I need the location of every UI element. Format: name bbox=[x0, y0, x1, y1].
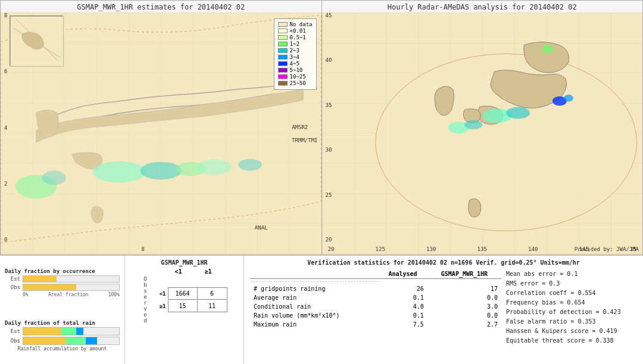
verif-row-label: Conditional rain bbox=[250, 302, 378, 311]
est2-bar-yellow bbox=[23, 328, 61, 335]
obs2-bar-yellow bbox=[23, 337, 66, 344]
bottom-row: Daily fraction by occurrence Est Obs 0% … bbox=[0, 256, 643, 364]
obs2-label: Obs bbox=[5, 338, 20, 344]
est-bar-fill bbox=[23, 276, 57, 282]
legend-color-25-50 bbox=[278, 81, 288, 86]
verif-data-row: Average rain0.10.0 bbox=[250, 293, 501, 302]
legend-color-lt001 bbox=[278, 29, 288, 33]
legend-item-1-2: 1~2 bbox=[278, 41, 313, 47]
obs-bar-fill bbox=[23, 284, 76, 290]
obs-bar-container bbox=[23, 284, 120, 291]
verif-data-row: Maximum rain7.52.7 bbox=[250, 320, 501, 329]
stat-item: RMS error = 0.3 bbox=[506, 279, 637, 288]
svg-point-18 bbox=[563, 95, 573, 102]
legend-label-2-3: 2~3 bbox=[290, 48, 299, 54]
contingency-title: GSMAP_MWR_1HR bbox=[161, 259, 207, 266]
contingency-wrapper: <1 ≥1 O b s e r v e d bbox=[142, 268, 227, 324]
verif-col-analysed: Analysed bbox=[378, 269, 427, 279]
legend-color-nodata bbox=[278, 22, 288, 27]
est-bar-container bbox=[23, 275, 120, 283]
contingency-header-row: <1 ≥1 bbox=[164, 268, 223, 275]
est2-bar-row: Est bbox=[5, 327, 120, 335]
row-lt1-label: <1 bbox=[152, 291, 166, 297]
verif-content: Analysed GSMAP_MWR_1HR -----------------… bbox=[250, 269, 637, 360]
anal-label: ANAL bbox=[255, 225, 268, 231]
stat-item: Probability of detection = 0.423 bbox=[506, 307, 637, 317]
est2-bar-green bbox=[61, 328, 76, 335]
svg-point-21 bbox=[464, 120, 482, 130]
left-map-title: GSMAP_MWR_1HR estimates for 20140402 02 bbox=[1, 3, 322, 11]
legend-label-1-2: 1~2 bbox=[290, 41, 299, 47]
verif-header-row: Analysed GSMAP_MWR_1HR bbox=[250, 269, 501, 279]
contingency-panel: GSMAP_MWR_1HR <1 ≥1 O b s e r v bbox=[125, 256, 244, 364]
contingency-col-headers: <1 ≥1 bbox=[146, 268, 223, 275]
col-ge1-header: ≥1 bbox=[193, 268, 223, 275]
verif-row-analysed: 4.0 bbox=[378, 302, 427, 311]
legend-color-05-1 bbox=[278, 35, 288, 40]
legend-label-5-10: 5~10 bbox=[290, 67, 303, 73]
amsr2-label: AMSR2 bbox=[292, 124, 317, 130]
verif-title: Verification statistics for 20140402 02 … bbox=[250, 259, 637, 266]
col-lt1-header: <1 bbox=[164, 268, 193, 275]
legend-label-25-50: 25~50 bbox=[290, 80, 306, 86]
legend-item-3-4: 3~4 bbox=[278, 54, 313, 60]
legend-item-4-5: 4~5 bbox=[278, 61, 313, 67]
verif-row-gsmap: 2.7 bbox=[427, 320, 501, 329]
obs-vertical-label: O b s e r v e d bbox=[142, 276, 150, 324]
stat-item: Hanssen & Kuipers score = 0.419 bbox=[506, 327, 637, 336]
right-map-svg bbox=[322, 12, 643, 255]
verif-col-empty bbox=[250, 269, 378, 279]
row-ge1: ≥1 15 11 bbox=[152, 300, 227, 312]
verif-row-label: Maximum rain bbox=[250, 320, 378, 329]
obs2-bar-row: Obs bbox=[5, 337, 120, 345]
est2-label: Est bbox=[5, 328, 20, 334]
bottom-left-panel: Daily fraction by occurrence Est Obs 0% … bbox=[0, 256, 125, 364]
verif-divider-row: ----------------------------------------… bbox=[250, 279, 501, 285]
legend-label-05-1: 0.5~1 bbox=[290, 34, 306, 40]
svg-point-19 bbox=[541, 45, 553, 54]
stat-item: Frequency bias = 0.654 bbox=[506, 298, 637, 307]
obs2-bar-container bbox=[23, 337, 120, 345]
legend-color-5-10 bbox=[278, 68, 288, 73]
cell-lt1-lt1: 1664 bbox=[168, 287, 198, 300]
main-container: GSMAP_MWR_1HR estimates for 20140402 02 bbox=[0, 0, 643, 364]
chart-bottom-label: Rainfall accumulation by amount bbox=[5, 346, 120, 352]
cell-ge1-lt1: 15 bbox=[168, 300, 198, 312]
verif-row-label: Average rain bbox=[250, 293, 378, 302]
left-x-axis: 8 bbox=[13, 246, 274, 252]
verif-row-analysed: 0.1 bbox=[378, 293, 427, 302]
obs2-bar-blue bbox=[86, 337, 97, 344]
est-bar-row: Est bbox=[5, 275, 120, 283]
legend-item-10-25: 10~25 bbox=[278, 74, 313, 80]
legend-item-05-1: 0.5~1 bbox=[278, 34, 313, 40]
est2-bar-container bbox=[23, 327, 120, 335]
est-label: Est bbox=[5, 276, 20, 282]
verif-col-gsmap: GSMAP_MWR_1HR bbox=[427, 269, 501, 279]
right-y-axis: 45 40 35 30 25 20 bbox=[326, 12, 332, 243]
est2-bar-blue bbox=[76, 328, 84, 335]
verif-data-row: Rain volume (mm*km²x10⁶)0.10.0 bbox=[250, 311, 501, 320]
legend: No data <0.01 0.5~1 1~2 2~3 bbox=[274, 18, 317, 90]
row-ge1-label: ≥1 bbox=[152, 303, 166, 309]
legend-item-lt001: <0.01 bbox=[278, 28, 313, 34]
legend-label-4-5: 4~5 bbox=[290, 61, 299, 67]
verif-row-analysed: 26 bbox=[378, 284, 427, 293]
verif-row-gsmap: 0.0 bbox=[427, 311, 501, 320]
left-map-inset bbox=[10, 15, 63, 66]
verif-row-analysed: 0.1 bbox=[378, 311, 427, 320]
cell-lt1-ge1: 6 bbox=[198, 287, 227, 300]
legend-color-3-4 bbox=[278, 55, 288, 59]
stat-item: Correlation coeff = 0.554 bbox=[506, 288, 637, 298]
section1-title: Daily fraction by occurrence bbox=[5, 268, 120, 274]
contingency-rows: <1 1664 6 ≥1 15 11 bbox=[152, 287, 227, 312]
maps-row: GSMAP_MWR_1HR estimates for 20140402 02 bbox=[0, 0, 643, 256]
legend-color-4-5 bbox=[278, 61, 288, 66]
left-y-axis: 8 6 4 2 0 bbox=[4, 12, 7, 243]
legend-color-1-2 bbox=[278, 42, 288, 46]
legend-item-5-10: 5~10 bbox=[278, 67, 313, 73]
legend-item-25-50: 25~50 bbox=[278, 80, 313, 86]
trmm-label: TRMM/TMI bbox=[292, 137, 317, 143]
section2-title: Daily fraction of total rain bbox=[5, 320, 120, 326]
map-side-labels: AMSR2 TRMM/TMI bbox=[292, 124, 317, 150]
bar-axis-1: 0% Areal fraction 100% bbox=[23, 292, 120, 297]
